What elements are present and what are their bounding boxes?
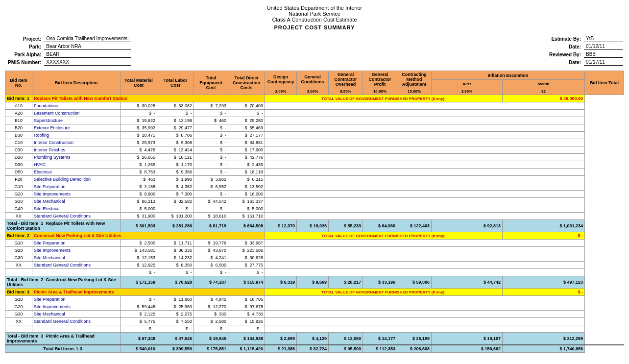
table-row: D20 Plumbing Systems $ 26,655 $ 16,121 $… [5, 154, 624, 161]
col-bid-item-desc: Bid Item Description [32, 71, 121, 95]
grand-eq: $ 175,851 [194, 345, 228, 353]
grand-tot: $ 1,740,656 [502, 345, 584, 353]
col-total-material: Total Material Cost [121, 71, 157, 95]
lab-cell: $ 33,082 [157, 102, 194, 110]
grand-ovh: $ 95,500 [329, 345, 363, 353]
bid-item-2-total: Total - Bid Item 2 Construct New Parking… [5, 276, 624, 289]
table-row: G30 Site Mechanical $ 2,125 $ 2,275 $ 33… [5, 311, 624, 318]
col-inflation: Inflation Escalation [432, 71, 585, 80]
date2-label: Date: [547, 59, 583, 66]
col-general-conditions: General Conditions [297, 71, 329, 88]
report-title: PROJECT COST SUMMARY [5, 24, 624, 30]
bi2-desc: Construct New Parking Lot & Site Utiliti… [32, 232, 265, 240]
col-contracting: Contracting Method Adjustment [397, 71, 432, 88]
bi1-total-lab: $ 281,286 [157, 220, 194, 232]
col-bid-total: Bid Item Total [585, 71, 624, 95]
dc-cell: $ 70,403 [228, 102, 265, 110]
table-row: B30 Roofing $ 18,471 $ 8,706 $ - $ 27,17… [5, 132, 624, 139]
report-header: United States Department of the Interior… [5, 5, 624, 30]
bi1-total-mat: $ 301,503 [121, 220, 157, 232]
table-row: G10 Site Preparation $ 2,500 $ 11,711 $ … [5, 240, 624, 247]
estimate-by-label: Estimate By: [547, 35, 583, 42]
table-row: F20 Selective Building Demolition $ 463 … [5, 176, 624, 183]
grand-dc: $ 1,115,420 [228, 345, 265, 353]
table-row: G30 Site Mechanical $ 12,153 $ 14,232 $ … [5, 254, 624, 262]
bi2-label: Bid Item: 2 [5, 232, 32, 240]
date1-label: Date: [547, 43, 583, 50]
col-design-contingency: Design Contingency [265, 71, 297, 88]
cost-table: Bid Item No. Bid Item Description Total … [5, 71, 624, 353]
table-row: A10 Foundations $ 30,028 $ 33,082 $ 7,29… [5, 102, 624, 110]
mat-cell: $ 30,028 [121, 102, 157, 110]
bi3-label: Bid Item: 3 [5, 289, 32, 296]
code-cell: A10 [5, 102, 32, 110]
bi1-total-dc: $ 664,508 [228, 220, 265, 232]
table-row: C10 Interior Construction $ 25,573 $ 9,3… [5, 139, 624, 146]
grand-lab: $ 399,559 [157, 345, 194, 353]
pct-overhead: 8.50% [329, 88, 363, 95]
park-label: Park: [6, 43, 43, 50]
desc-cell: Foundations [32, 102, 121, 110]
reviewed-by-label: Reviewed By: [547, 51, 583, 58]
bi1-gov-text: TOTAL VALUE OF GOVERNMENT FURNISHED PROP… [265, 95, 503, 102]
grand-cma: $ 206,608 [397, 345, 432, 353]
table-row: G30 Site Mechanical $ 86,213 $ 32,582 $ … [5, 198, 624, 205]
bi1-desc: Replace Pit Toilets with New Comfort Sta… [32, 95, 265, 102]
table-row: G20 Site Improvements $ 8,900 $ 7,300 $ … [5, 191, 624, 198]
park-value: Bear Arbor NRA [44, 43, 130, 50]
header-line1: United States Department of the Interior [5, 5, 624, 11]
pmis-label: PMIS Number: [6, 59, 43, 66]
table-row: C30 Interior Finishes $ 4,476 $ 13,424 $… [5, 146, 624, 154]
pmis-value: XXXXXXX [44, 59, 130, 66]
date2-value: 01/17/11 [584, 59, 623, 66]
alpha-value: BEAR [44, 51, 130, 58]
grand-des: $ 21,388 [265, 345, 297, 353]
header-line3: Class A Construction Cost Estimate [5, 17, 624, 23]
pct-profit: 10.00% [363, 88, 397, 95]
table-row: D30 HVAC $ 1,269 $ 1,170 $ - $ 2,439 [5, 161, 624, 169]
grand-inf: $ 156,662 [432, 345, 503, 353]
table-row: $ - $ - $ - $ - [5, 325, 624, 333]
estimate-by-value: YtB [584, 35, 623, 42]
meta-right: Estimate By: YtB Date: 01/12/11 Reviewed… [546, 34, 624, 67]
bi1-total-gen: $ 18,926 [297, 220, 329, 232]
reviewed-by-value: BBB [584, 51, 623, 58]
alpha-label: Park Alpha: [6, 51, 43, 58]
table-row: D50 Electrical $ 8,753 $ 9,366 $ - $ 18,… [5, 169, 624, 176]
col-months-val: 32 [502, 88, 584, 95]
grand-total-label: Total Bid Items 1-3 [5, 345, 121, 353]
bid-item-3-header: Bid Item: 3 Picnic Area & Trailhead Impr… [5, 289, 624, 296]
eq-cell: $ 7,293 [194, 102, 228, 110]
meta-section: Project: Oso Comida Trailhead Improvemen… [5, 34, 624, 67]
bi1-total-inf: $ 92,813 [432, 220, 503, 232]
meta-left: Project: Oso Comida Trailhead Improvemen… [5, 34, 132, 67]
bi3-desc: Picnic Area & Trailhead Improvements [32, 289, 265, 296]
grand-gen: $ 32,724 [297, 345, 329, 353]
col-total-equipment: Total Equipment Cost [194, 71, 228, 95]
bi1-total-des: $ 12,370 [265, 220, 297, 232]
bi1-total-ovh: $ 55,233 [329, 220, 363, 232]
bi1-gov-value: $ 46,000.00 [502, 95, 584, 102]
bi2-gov-value: $ - [502, 232, 584, 240]
bi3-gov-text: TOTAL VALUE OF GOVERNMENT FURNISHED PROP… [265, 289, 503, 296]
grand-total-row: Total Bid Items 1-3 $ 540,010 $ 399,559 … [5, 345, 624, 353]
table-row: A20 Basement Construction $ - $ - $ - $ … [5, 110, 624, 117]
table-row: G20 Site Improvements $ 143,581 $ 36,335… [5, 247, 624, 254]
bi1-label: Bid Item: 1 [5, 95, 32, 102]
col-gc-overhead: General Contractor Overhead [329, 71, 363, 88]
bi3-gov-value: $ - [502, 289, 584, 296]
col-apr-pct: 3.60% [432, 88, 503, 95]
table-row: B10 Superstructure $ 15,622 $ 13,198 $ 4… [5, 117, 624, 124]
bid-item-1-header: Bid Item: 1 Replace Pit Toilets with New… [5, 95, 624, 102]
pct-design: 2.00% [265, 88, 297, 95]
project-label: Project: [6, 35, 43, 42]
date1-value: 01/12/11 [584, 43, 623, 50]
table-row: XX Standard General Conditions $ 12,925 … [5, 262, 624, 269]
project-value: Oso Comida Trailhead Improvements: [44, 35, 130, 42]
pct-contract: 15.00% [397, 88, 432, 95]
col-total-labor: Total Labor Cost [157, 71, 194, 95]
bid-item-1-total: Total - Bid Item 1 Replace Pit Toilets w… [5, 220, 624, 232]
col-total-direct: Total Direct Construction Costs [228, 71, 265, 95]
bi1-total-prf: $ 64,980 [363, 220, 397, 232]
table-row: XX Standard General Conditions $ 5,775 $… [5, 318, 624, 325]
